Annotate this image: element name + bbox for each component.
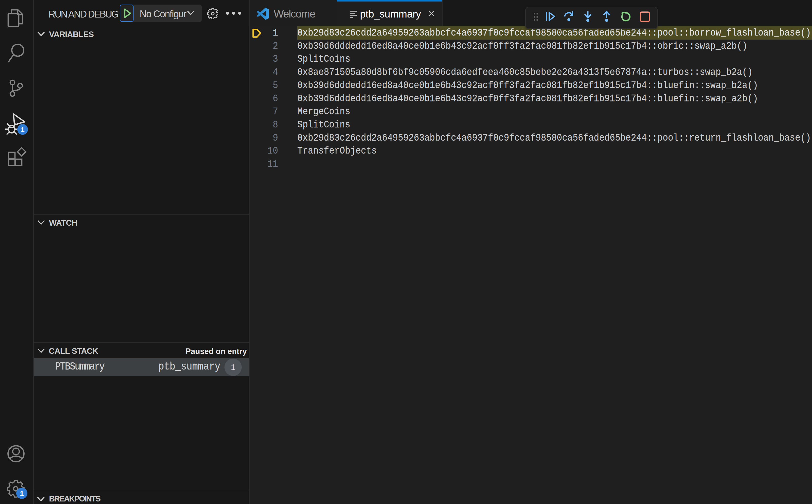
svg-text:1: 1 xyxy=(21,126,25,133)
svg-text:1: 1 xyxy=(20,490,24,497)
